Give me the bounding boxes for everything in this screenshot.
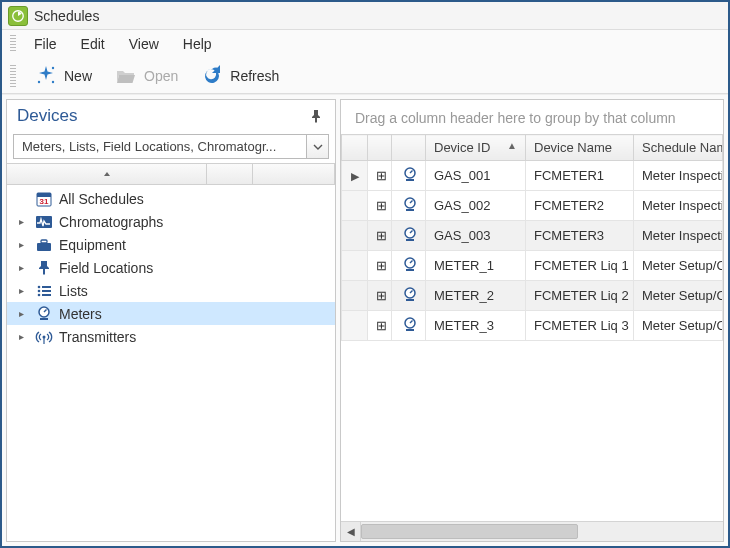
table-row[interactable]: ⊞GAS_003FCMETER3Meter Inspecti — [342, 221, 723, 251]
device-grid[interactable]: Device ID▲ Device Name Schedule Name ▶⊞G… — [341, 134, 723, 521]
tree-item-lists[interactable]: ▸Lists — [7, 279, 335, 302]
svg-rect-14 — [42, 290, 51, 292]
toolbar-grip[interactable] — [10, 65, 16, 87]
row-expand-button[interactable]: ⊞ — [368, 161, 392, 191]
table-row[interactable]: ⊞METER_2FCMETER Liq 2Meter Setup/C — [342, 281, 723, 311]
antenna-icon — [35, 328, 53, 346]
svg-text:31: 31 — [40, 197, 49, 206]
tree-item-field-locations[interactable]: ▸Field Locations — [7, 256, 335, 279]
cell-device-name[interactable]: FCMETER2 — [526, 191, 634, 221]
toolbar: New Open Refresh — [2, 58, 728, 94]
tree-item-all-schedules[interactable]: 31All Schedules — [7, 187, 335, 210]
open-label: Open — [144, 68, 178, 84]
sparkle-icon — [34, 64, 58, 88]
svg-point-3 — [52, 80, 54, 82]
svg-point-1 — [52, 66, 54, 68]
window-title: Schedules — [34, 8, 99, 24]
cell-device-name[interactable]: FCMETER Liq 1 — [526, 251, 634, 281]
scroll-thumb[interactable] — [361, 524, 578, 539]
titlebar[interactable]: Schedules — [2, 2, 728, 30]
cell-device-id[interactable]: METER_2 — [426, 281, 526, 311]
svg-rect-17 — [40, 318, 48, 320]
new-button[interactable]: New — [26, 61, 100, 91]
row-indicator — [342, 221, 368, 251]
table-row[interactable]: ⊞METER_3FCMETER Liq 3Meter Setup/C — [342, 311, 723, 341]
expand-header — [368, 135, 392, 161]
cell-device-name[interactable]: FCMETER3 — [526, 221, 634, 251]
cell-schedule-name[interactable]: Meter Inspecti — [634, 161, 723, 191]
filter-combo[interactable]: Meters, Lists, Field Locations, Chromato… — [13, 134, 329, 159]
tree-item-transmitters[interactable]: ▸Transmitters — [7, 325, 335, 348]
tree-column-header[interactable] — [7, 163, 335, 185]
expander-icon[interactable]: ▸ — [19, 239, 29, 250]
tree-item-equipment[interactable]: ▸Equipment — [7, 233, 335, 256]
meter-icon — [392, 221, 426, 251]
pulse-icon — [35, 213, 53, 231]
cell-device-id[interactable]: METER_3 — [426, 311, 526, 341]
svg-point-12 — [38, 293, 41, 296]
expander-icon[interactable]: ▸ — [19, 308, 29, 319]
tree-item-chromatographs[interactable]: ▸Chromatographs — [7, 210, 335, 233]
meter-icon — [35, 305, 53, 323]
row-expand-button[interactable]: ⊞ — [368, 191, 392, 221]
menubar: File Edit View Help — [2, 30, 728, 58]
row-indicator — [342, 191, 368, 221]
cell-device-id[interactable]: GAS_003 — [426, 221, 526, 251]
col-device-name[interactable]: Device Name — [526, 135, 634, 161]
horizontal-scrollbar[interactable]: ◀ — [341, 521, 723, 541]
menu-file[interactable]: File — [24, 32, 67, 56]
folder-open-icon — [114, 64, 138, 88]
expander-icon[interactable]: ▸ — [19, 331, 29, 342]
table-row[interactable]: ⊞GAS_002FCMETER2Meter Inspecti — [342, 191, 723, 221]
row-expand-button[interactable]: ⊞ — [368, 251, 392, 281]
row-expand-button[interactable]: ⊞ — [368, 221, 392, 251]
row-expand-button[interactable]: ⊞ — [368, 281, 392, 311]
chevron-down-icon — [313, 142, 323, 152]
pin-button[interactable] — [307, 107, 325, 125]
app-icon — [8, 6, 28, 26]
meter-icon — [392, 191, 426, 221]
row-expand-button[interactable]: ⊞ — [368, 311, 392, 341]
cell-device-id[interactable]: GAS_001 — [426, 161, 526, 191]
menubar-grip[interactable] — [10, 35, 16, 53]
scroll-track[interactable] — [361, 522, 723, 541]
device-tree[interactable]: 31All Schedules▸Chromatographs▸Equipment… — [7, 185, 335, 541]
calendar-icon: 31 — [35, 190, 53, 208]
tree-item-meters[interactable]: ▸Meters — [7, 302, 335, 325]
meter-icon — [392, 311, 426, 341]
cell-device-name[interactable]: FCMETER Liq 2 — [526, 281, 634, 311]
group-by-hint[interactable]: Drag a column header here to group by th… — [341, 100, 723, 134]
menu-help[interactable]: Help — [173, 32, 222, 56]
cell-schedule-name[interactable]: Meter Setup/C — [634, 281, 723, 311]
col-device-id[interactable]: Device ID▲ — [426, 135, 526, 161]
cell-schedule-name[interactable]: Meter Inspecti — [634, 221, 723, 251]
scroll-left-button[interactable]: ◀ — [341, 522, 361, 541]
expander-icon[interactable]: ▸ — [19, 216, 29, 227]
svg-rect-27 — [406, 269, 414, 271]
cell-schedule-name[interactable]: Meter Setup/C — [634, 311, 723, 341]
svg-rect-15 — [42, 294, 51, 296]
content-body: Devices Meters, Lists, Field Locations, … — [2, 94, 728, 546]
expander-icon[interactable]: ▸ — [19, 285, 29, 296]
cell-device-name[interactable]: FCMETER1 — [526, 161, 634, 191]
cell-schedule-name[interactable]: Meter Setup/C — [634, 251, 723, 281]
menu-edit[interactable]: Edit — [71, 32, 115, 56]
table-row[interactable]: ▶⊞GAS_001FCMETER1Meter Inspecti — [342, 161, 723, 191]
toolbox-icon — [35, 236, 53, 254]
refresh-button[interactable]: Refresh — [192, 61, 287, 91]
tree-sort-column[interactable] — [7, 164, 207, 184]
table-row[interactable]: ⊞METER_1FCMETER Liq 1Meter Setup/C — [342, 251, 723, 281]
col-schedule-name[interactable]: Schedule Name — [634, 135, 723, 161]
svg-rect-25 — [406, 239, 414, 241]
devices-panel: Devices Meters, Lists, Field Locations, … — [6, 99, 336, 542]
cell-schedule-name[interactable]: Meter Inspecti — [634, 191, 723, 221]
cell-device-id[interactable]: METER_1 — [426, 251, 526, 281]
row-indicator — [342, 311, 368, 341]
filter-dropdown-button[interactable] — [306, 135, 328, 158]
expander-icon[interactable]: ▸ — [19, 262, 29, 273]
menu-view[interactable]: View — [119, 32, 169, 56]
tree-header-spacer2 — [253, 164, 335, 184]
sort-asc-icon: ▲ — [507, 140, 517, 151]
cell-device-name[interactable]: FCMETER Liq 3 — [526, 311, 634, 341]
cell-device-id[interactable]: GAS_002 — [426, 191, 526, 221]
